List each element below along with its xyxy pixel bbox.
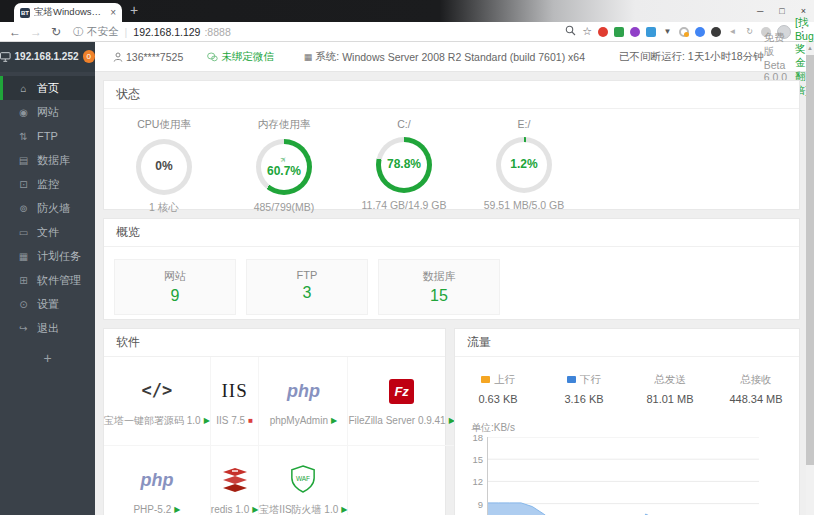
sidebar-item-files[interactable]: ▭ 文件 — [0, 220, 95, 244]
stopped-status-icon[interactable]: ■ — [248, 416, 253, 425]
page-scrollbar[interactable]: ▲ — [806, 42, 814, 515]
browser-tab[interactable]: BT 宝塔Windows面板 × — [14, 3, 122, 22]
memory-ring: ✈ 60.7% — [256, 139, 312, 195]
extension-icon-blue-circle[interactable] — [695, 27, 705, 37]
disk-e-ring: 1.2% — [496, 137, 552, 193]
reload-button[interactable]: ↻ — [51, 26, 61, 38]
sidebar-item-database[interactable]: ▤ 数据库 — [0, 148, 95, 172]
zoom-page-icon[interactable] — [565, 25, 576, 38]
sidebar-item-label: 退出 — [37, 321, 59, 336]
software-item-filezilla[interactable]: Fz FileZilla Server 0.9.41▶ — [348, 357, 454, 446]
message-count-badge[interactable]: 0 — [83, 50, 95, 63]
sidebar-add-button[interactable]: + — [0, 350, 95, 366]
info-icon[interactable]: ⓘ — [73, 25, 83, 39]
code-icon: </> — [142, 380, 173, 400]
extension-icon-dark[interactable] — [711, 27, 721, 37]
software-item-php52[interactable]: php PHP-5.2▶ — [104, 446, 211, 515]
software-item-phpmyadmin[interactable]: php phpMyAdmin▶ — [259, 357, 348, 446]
extension-icon-purple[interactable] — [630, 27, 640, 37]
running-status-icon[interactable]: ▶ — [341, 505, 347, 514]
software-panel-title: 软件 — [104, 329, 445, 357]
sidebar: ⌂ 首页 ◉ 网站 ⇅ FTP ▤ 数据库 ⊡ 监控 ⊚ 防火墙 ▭ 文件 ▦ … — [0, 72, 95, 515]
sidebar-item-ftp[interactable]: ⇅ FTP — [0, 124, 95, 148]
database-icon: ▤ — [18, 155, 29, 166]
new-tab-button[interactable]: + — [130, 2, 138, 18]
running-status-icon[interactable]: ▶ — [331, 416, 337, 425]
extension-icon-green[interactable] — [614, 27, 624, 37]
files-icon: ▭ — [18, 227, 29, 238]
gauge-label: E:/ — [464, 118, 584, 130]
gauge-sub: 485/799(MB) — [224, 201, 344, 213]
y-axis-labels: 1815129630 — [461, 437, 487, 515]
y-axis-tick: 9 — [478, 499, 483, 510]
account-user[interactable]: 136****7525 — [113, 51, 183, 63]
traffic-area-chart — [487, 437, 759, 515]
url-divider: | — [125, 26, 128, 38]
sidebar-item-monitor[interactable]: ⊡ 监控 — [0, 172, 95, 196]
gauge-label: C:/ — [344, 118, 464, 130]
history-restore-icon[interactable]: ↻ — [744, 26, 755, 37]
sidebar-item-sites[interactable]: ◉ 网站 — [0, 100, 95, 124]
running-status-icon[interactable]: ▶ — [174, 505, 180, 514]
software-label: IIS 7.5 — [216, 415, 245, 426]
y-axis-tick: 15 — [472, 454, 483, 465]
overview-ftp-count[interactable]: 3 — [247, 284, 367, 302]
sidebar-item-cron[interactable]: ▦ 计划任务 — [0, 244, 95, 268]
window-minimize-button[interactable]: ─ — [757, 6, 763, 16]
server-ip: 192.168.1.252 — [15, 51, 79, 62]
filezilla-icon: Fz — [389, 379, 414, 404]
sidebar-item-firewall[interactable]: ⊚ 防火墙 — [0, 196, 95, 220]
bookmark-star-icon[interactable]: ☆ — [582, 26, 592, 37]
software-item-deploy[interactable]: </> 宝塔一键部署源码 1.0▶ — [104, 357, 211, 446]
url-field[interactable]: ⓘ 不安全 | 192.168.1.129 :8888 — [73, 25, 231, 39]
user-icon — [113, 52, 123, 62]
overview-database-box: 数据库 15 — [378, 259, 500, 315]
send-arrow-icon[interactable]: ◄ — [727, 26, 738, 37]
running-status-icon[interactable]: ▶ — [252, 505, 258, 514]
extension-icon-blue-flag[interactable] — [646, 27, 656, 37]
disk-c-ring: 78.8% — [376, 137, 432, 193]
legend-total-received: 总接收 448.34 MB — [713, 369, 799, 405]
version-text: 免费版 Beta 6.0.0 — [764, 31, 787, 83]
scrollbar-thumb[interactable] — [806, 55, 814, 465]
filter-funnel-icon[interactable]: ▼ — [662, 26, 673, 37]
extension-icon-ring-badged[interactable] — [679, 27, 689, 37]
legend-downstream: 下行 3.16 KB — [541, 369, 627, 405]
software-item-waf[interactable]: WAF 宝塔IIS防火墙 1.0▶ — [259, 446, 348, 515]
uptime-text: 已不间断运行: 1天1小时18分钟 — [619, 50, 764, 64]
gauge-value: 1.2% — [510, 158, 537, 171]
extension-icon-red[interactable] — [598, 27, 608, 37]
software-label: FileZilla Server 0.9.41 — [348, 415, 445, 426]
sidebar-item-app-store[interactable]: ⊞ 软件管理 — [0, 268, 95, 292]
software-item-iis[interactable]: IIS IIS 7.5■ — [211, 357, 260, 446]
software-item-redis[interactable]: redis 1.0▶ — [211, 446, 260, 515]
tab-title: 宝塔Windows面板 — [34, 6, 106, 19]
browser-address-bar: ← → ↻ ⓘ 不安全 | 192.168.1.129 :8888 ☆ ▼◄↻ … — [0, 22, 814, 42]
firewall-icon: ⊚ — [18, 203, 29, 214]
sidebar-item-settings[interactable]: ⊙ 设置 — [0, 292, 95, 316]
system-icon: ▦ — [304, 52, 313, 62]
wechat-bind-link[interactable]: 未绑定微信 — [207, 50, 274, 64]
overview-sites-count[interactable]: 9 — [115, 287, 235, 305]
window-maximize-button[interactable]: □ — [779, 6, 784, 16]
running-status-icon[interactable]: ▶ — [204, 416, 210, 425]
window-close-button[interactable]: × — [801, 6, 806, 16]
traffic-panel-title: 流量 — [455, 329, 799, 357]
url-port: :8888 — [204, 26, 230, 38]
back-button[interactable]: ← — [9, 26, 21, 38]
sidebar-item-label: 防火墙 — [37, 201, 70, 216]
scrollbar-up-arrow[interactable]: ▲ — [806, 42, 814, 54]
display-icon — [0, 52, 11, 62]
sidebar-item-logout[interactable]: ↪ 退出 — [0, 316, 95, 340]
svg-text:WAF: WAF — [296, 474, 310, 481]
forward-button[interactable]: → — [30, 26, 42, 38]
overview-database-count[interactable]: 15 — [379, 287, 499, 305]
extensions-area: ▼◄↻ — [598, 26, 771, 37]
sidebar-item-home[interactable]: ⌂ 首页 — [0, 76, 95, 100]
traffic-chart: 1815129630 — [461, 437, 799, 515]
overview-sites-box: 网站 9 — [114, 259, 236, 315]
downstream-swatch — [567, 376, 576, 383]
disk-c-gauge: C:/ 78.8% 11.74 GB/14.9 GB — [344, 118, 464, 215]
home-icon: ⌂ — [18, 83, 29, 94]
tab-close-icon[interactable]: × — [110, 7, 116, 18]
